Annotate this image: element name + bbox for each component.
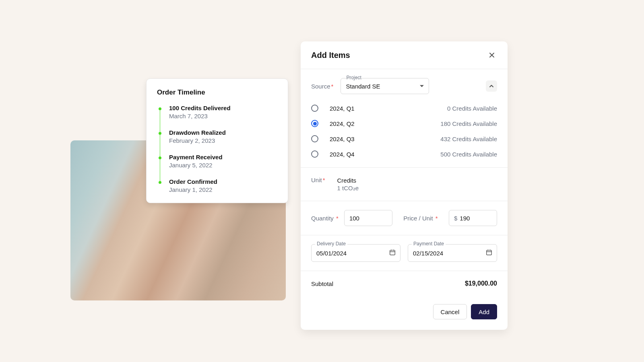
add-items-modal: Add Items Source* Project Standard SE — [301, 41, 508, 330]
price-input[interactable]: $ 190 — [449, 210, 497, 226]
payment-date-input[interactable]: 02/15/2024 — [408, 244, 497, 262]
quantity-input[interactable]: 100 — [344, 210, 392, 226]
currency-prefix: $ — [454, 215, 457, 222]
caret-down-icon — [420, 85, 424, 87]
close-button[interactable] — [487, 50, 497, 60]
radio-button[interactable] — [311, 150, 318, 158]
vintage-label: 2024, Q3 — [330, 136, 355, 142]
vintage-list: 2024, Q1 0 Credits Available 2024, Q2 18… — [311, 105, 497, 158]
radio-button[interactable] — [311, 135, 318, 142]
vintage-label: 2024, Q2 — [330, 120, 355, 127]
timeline-event-date: March 7, 2023 — [169, 113, 278, 119]
cancel-button[interactable]: Cancel — [433, 304, 467, 319]
delivery-date-label: Delivery Date — [315, 241, 347, 247]
svg-rect-6 — [487, 250, 492, 255]
add-button[interactable]: Add — [471, 304, 497, 319]
vintage-row[interactable]: 2024, Q2 180 Credits Available — [311, 120, 497, 127]
collapse-button[interactable] — [486, 80, 497, 92]
unit-section: Unit* Credits 1 tCO₂e — [301, 168, 508, 201]
timeline-event-date: February 2, 2023 — [169, 137, 278, 144]
vintage-label: 2024, Q4 — [330, 151, 355, 158]
project-select-value: Standard SE — [346, 83, 380, 90]
price-label: Price / Unit * — [403, 215, 438, 222]
timeline-dot-icon — [159, 132, 161, 135]
radio-button[interactable] — [311, 105, 318, 112]
timeline-dot-icon — [159, 181, 161, 184]
timeline-event-title: Payment Received — [169, 154, 278, 160]
modal-footer: Subtotal $19,000.00 Cancel Add — [301, 271, 508, 330]
vintage-available: 500 Credits Available — [440, 151, 497, 158]
timeline-item: Order Confirmed January 1, 2022 — [157, 178, 278, 196]
modal-title: Add Items — [311, 51, 350, 60]
vintage-label: 2024, Q1 — [330, 105, 355, 112]
quantity-label: Quantity * — [311, 215, 339, 222]
timeline-item: Drawdown Realized February 2, 2023 — [157, 129, 278, 154]
chevron-up-icon — [489, 84, 494, 88]
vintage-row[interactable]: 2024, Q3 432 Credits Available — [311, 135, 497, 142]
vintage-available: 180 Credits Available — [440, 120, 497, 127]
timeline-item: 100 Credits Delivered March 7, 2023 — [157, 105, 278, 129]
timeline-list: 100 Credits Delivered March 7, 2023 Draw… — [157, 105, 278, 196]
vintage-available: 432 Credits Available — [440, 136, 497, 142]
timeline-connector — [160, 159, 160, 181]
subtotal-label: Subtotal — [311, 280, 333, 287]
close-icon — [489, 52, 495, 58]
quantity-price-section: Quantity * 100 Price / Unit * $ 190 — [301, 201, 508, 235]
subtotal-value: $19,000.00 — [465, 280, 497, 287]
delivery-date-input[interactable]: 05/01/2024 — [311, 244, 400, 262]
timeline-item: Payment Received January 5, 2022 — [157, 154, 278, 178]
svg-rect-2 — [390, 250, 395, 255]
payment-date-label: Payment Date — [412, 241, 446, 247]
order-timeline-card: Order Timeline 100 Credits Delivered Mar… — [146, 78, 288, 203]
timeline-event-title: Order Confirmed — [169, 178, 278, 185]
calendar-icon — [485, 249, 493, 257]
timeline-event-date: January 5, 2022 — [169, 162, 278, 169]
vintage-available: 0 Credits Available — [447, 105, 497, 112]
radio-button[interactable] — [311, 120, 318, 127]
timeline-dot-icon — [159, 156, 161, 159]
timeline-connector — [160, 110, 160, 132]
vintage-row[interactable]: 2024, Q1 0 Credits Available — [311, 105, 497, 112]
project-select[interactable]: Project Standard SE — [341, 78, 429, 94]
modal-header: Add Items — [301, 41, 508, 69]
timeline-event-date: January 1, 2022 — [169, 186, 278, 193]
calendar-icon — [389, 249, 396, 257]
timeline-dot-icon — [159, 107, 161, 110]
vintage-row[interactable]: 2024, Q4 500 Credits Available — [311, 150, 497, 158]
timeline-event-title: Drawdown Realized — [169, 129, 278, 136]
unit-label: Unit* — [311, 177, 325, 183]
timeline-event-title: 100 Credits Delivered — [169, 105, 278, 111]
unit-sub: 1 tCO₂e — [337, 185, 359, 192]
timeline-title: Order Timeline — [157, 88, 278, 97]
timeline-connector — [160, 135, 160, 156]
source-section: Source* Project Standard SE 2024, Q1 0 C… — [301, 69, 508, 168]
dates-section: Delivery Date 05/01/2024 Payment Date 02… — [301, 235, 508, 271]
unit-value: Credits — [337, 177, 359, 185]
source-label: Source* — [311, 83, 333, 90]
